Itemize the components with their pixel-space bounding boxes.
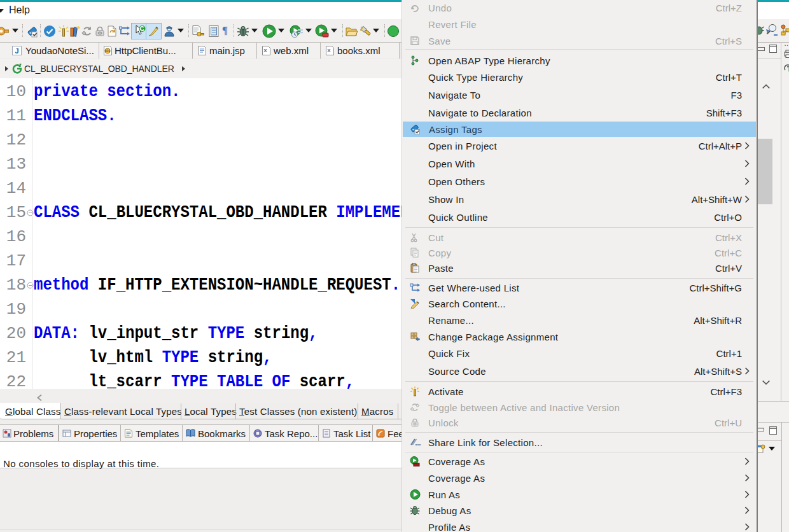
- svg-text:J: J: [15, 47, 18, 55]
- svg-text:010: 010: [105, 49, 111, 53]
- svg-text:X: X: [263, 48, 267, 53]
- svg-text:X: X: [327, 48, 331, 53]
